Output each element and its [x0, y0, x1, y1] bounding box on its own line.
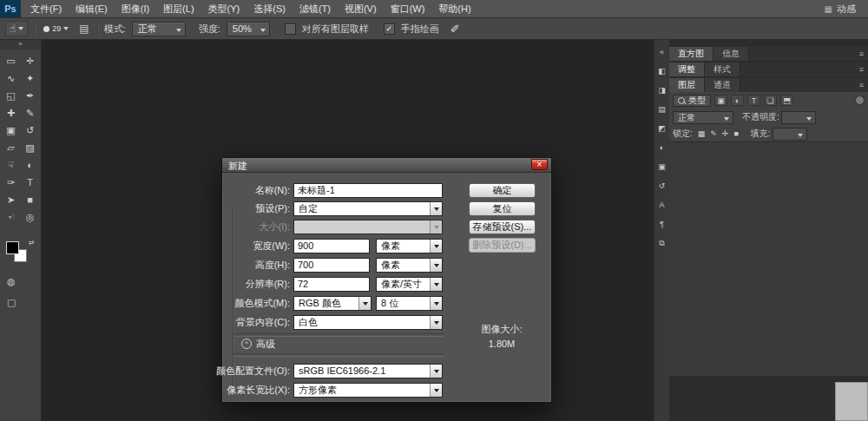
width-input[interactable]: 900: [293, 239, 370, 253]
menu-view[interactable]: 视图(V): [338, 0, 384, 17]
gradient-tool[interactable]: ▨: [21, 139, 40, 156]
color-panel-icon[interactable]: ◨: [655, 83, 669, 97]
menu-edit[interactable]: 编辑(E): [69, 0, 115, 17]
reset-button[interactable]: 复位: [469, 201, 536, 216]
pen-tool[interactable]: ✑: [2, 174, 21, 191]
quick-selection-tool[interactable]: ✦: [21, 69, 40, 87]
swap-colors-icon[interactable]: ⇄: [29, 239, 35, 247]
brush-tool[interactable]: ✎: [21, 104, 40, 122]
swatches-panel-icon[interactable]: ▤: [655, 102, 669, 116]
character-panel-icon[interactable]: A: [655, 198, 669, 212]
lock-position-icon[interactable]: ✛: [722, 129, 729, 138]
brush-panel-toggle-icon[interactable]: ▤: [77, 23, 90, 35]
blend-mode-select[interactable]: 正常: [673, 111, 733, 124]
pixel-aspect-select[interactable]: 方形像素: [293, 383, 443, 398]
spot-healing-brush-tool[interactable]: ✚: [2, 104, 21, 122]
move-tool[interactable]: ✛: [21, 52, 40, 69]
menu-window[interactable]: 窗口(W): [384, 0, 432, 17]
masks-panel-icon[interactable]: ▣: [655, 160, 669, 174]
advanced-toggle[interactable]: ^ 高级: [241, 338, 275, 350]
collapse-panels-icon[interactable]: «: [655, 45, 669, 59]
airbrush-icon[interactable]: ✐: [450, 23, 460, 36]
mode-select[interactable]: 正常: [132, 22, 186, 36]
opacity-select[interactable]: [781, 111, 816, 124]
resolution-input[interactable]: 72: [293, 277, 370, 292]
dialog-titlebar[interactable]: 新建 ×: [222, 158, 551, 173]
sample-all-layers-checkbox[interactable]: [285, 23, 296, 35]
adjustments-panel-icon[interactable]: ◐: [655, 141, 669, 155]
crop-tool[interactable]: ◱: [2, 87, 21, 104]
navigator-panel-icon[interactable]: ◧: [655, 64, 669, 78]
tab-channels[interactable]: 通道: [705, 78, 740, 92]
tab-styles[interactable]: 样式: [705, 62, 740, 76]
lock-all-icon[interactable]: ■: [733, 129, 738, 138]
type-tool[interactable]: T: [21, 174, 40, 191]
hand-tool[interactable]: ☜: [2, 208, 21, 226]
toolbar-collapse-icon[interactable]: »: [0, 40, 41, 49]
tab-adjustments[interactable]: 调整: [669, 62, 705, 76]
lock-transparency-icon[interactable]: ▦: [698, 129, 706, 138]
quick-mask-icon[interactable]: ◍: [7, 276, 16, 287]
path-selection-tool[interactable]: ➤: [2, 191, 21, 208]
screen-mode-icon[interactable]: ▢: [7, 297, 16, 308]
filter-shape-layers-icon[interactable]: ❏: [764, 95, 777, 106]
styles-panel-icon[interactable]: ◩: [655, 122, 669, 135]
history-brush-tool[interactable]: ↺: [21, 122, 40, 139]
menu-bar: Ps 文件(F) 编辑(E) 图像(I) 图层(L) 类型(Y) 选择(S) 滤…: [0, 0, 868, 18]
layers-list[interactable]: [669, 141, 868, 376]
eyedropper-tool[interactable]: ✒: [21, 87, 40, 104]
panel-menu-icon[interactable]: ≡: [859, 47, 868, 61]
menu-filter[interactable]: 滤镜(T): [293, 0, 338, 17]
filter-pixel-layers-icon[interactable]: ▣: [714, 95, 727, 106]
menu-file[interactable]: 文件(F): [23, 0, 69, 17]
brush-preset-picker[interactable]: 29: [41, 21, 71, 36]
history-panel-icon[interactable]: ↺: [655, 179, 669, 193]
preset-select[interactable]: 自定: [293, 201, 443, 216]
name-input[interactable]: 未标题-1: [293, 183, 443, 198]
tab-info[interactable]: 信息: [713, 47, 749, 61]
color-mode-select[interactable]: RGB 颜色: [293, 296, 372, 311]
menu-type[interactable]: 类型(Y): [201, 0, 247, 17]
finger-paint-label: 手指绘画: [401, 23, 439, 36]
clone-source-panel-icon[interactable]: ⧉: [655, 236, 669, 250]
eraser-tool[interactable]: ▱: [2, 139, 21, 156]
dodge-tool[interactable]: ◐: [21, 156, 40, 174]
foreground-color-swatch[interactable]: [6, 241, 19, 254]
color-profile-select[interactable]: sRGB IEC61966-2.1: [293, 364, 443, 378]
strength-select[interactable]: 50%: [227, 22, 270, 36]
clone-stamp-tool[interactable]: ▣: [2, 122, 21, 139]
menu-image[interactable]: 图像(I): [115, 0, 156, 17]
menu-layer[interactable]: 图层(L): [156, 0, 201, 17]
menu-select[interactable]: 选择(S): [247, 0, 293, 17]
tab-histogram[interactable]: 直方图: [669, 47, 713, 61]
save-preset-button[interactable]: 存储预设(S)...: [469, 220, 536, 234]
tab-layers[interactable]: 图层: [669, 78, 705, 92]
paragraph-panel-icon[interactable]: ¶: [655, 217, 669, 231]
panel-menu-icon[interactable]: ≡: [859, 78, 868, 92]
fill-select[interactable]: [773, 128, 807, 141]
width-unit-select[interactable]: 像素: [376, 239, 443, 253]
bit-depth-select[interactable]: 8 位: [376, 296, 443, 311]
lock-paint-icon[interactable]: ✎: [710, 129, 717, 138]
panel-menu-icon[interactable]: ≡: [859, 62, 868, 76]
smudge-tool[interactable]: ☟: [2, 156, 21, 174]
menu-help[interactable]: 帮助(H): [431, 0, 477, 17]
filter-adjustment-layers-icon[interactable]: ◐: [731, 95, 744, 106]
shape-tool[interactable]: ■: [21, 191, 40, 208]
lasso-tool[interactable]: ∿: [2, 69, 21, 87]
layer-filter-select[interactable]: 类型: [673, 95, 711, 107]
zoom-tool[interactable]: ◎: [21, 208, 40, 226]
background-select[interactable]: 白色: [293, 315, 443, 330]
layer-filter-toggle[interactable]: [855, 95, 865, 105]
finger-paint-checkbox[interactable]: ✓: [384, 23, 395, 35]
filter-smart-objects-icon[interactable]: ⬒: [780, 95, 793, 106]
height-input[interactable]: 700: [293, 258, 370, 273]
height-unit-select[interactable]: 像素: [376, 258, 443, 273]
workspace-switcher[interactable]: ▦ 动感: [825, 3, 868, 16]
resolution-unit-select[interactable]: 像素/英寸: [376, 277, 443, 292]
rectangular-marquee-tool[interactable]: ▭: [2, 52, 21, 69]
close-icon[interactable]: ×: [531, 159, 548, 170]
tool-preset-picker[interactable]: ☝: [5, 21, 28, 36]
filter-type-layers-icon[interactable]: T: [747, 95, 760, 106]
ok-button[interactable]: 确定: [469, 183, 536, 198]
